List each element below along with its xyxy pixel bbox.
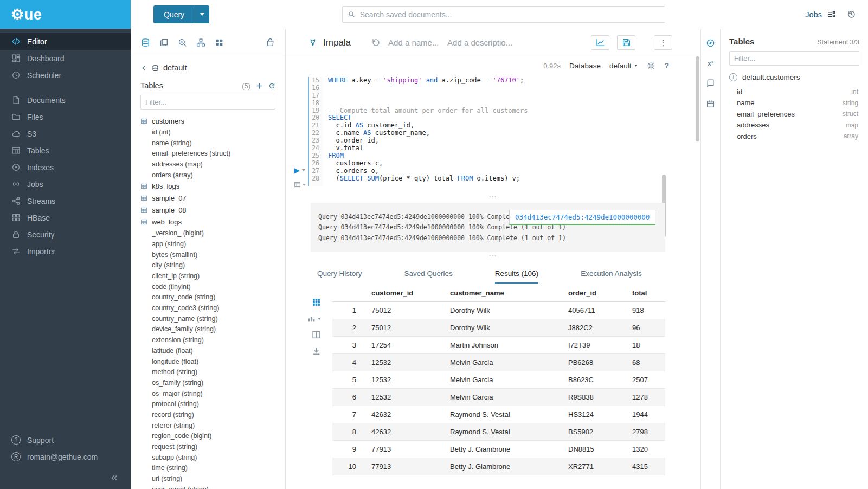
query-description-input[interactable] [447, 38, 515, 47]
column-row[interactable]: addresses map [729, 120, 859, 131]
tab-query-history[interactable]: Query History [317, 269, 362, 284]
column-item[interactable]: bytes (smallint) [140, 249, 275, 260]
editor-options-button[interactable] [294, 181, 306, 188]
column-item[interactable]: addresses (map) [140, 159, 275, 170]
nav-item-dashboard[interactable]: Dashboard [0, 50, 131, 67]
column-item[interactable]: request (string) [140, 441, 275, 452]
schedule-calendar-icon[interactable] [706, 99, 715, 108]
sitemap-icon[interactable] [196, 38, 205, 47]
table-item-customers[interactable]: customers [140, 115, 275, 127]
settings-gear-icon[interactable] [646, 61, 655, 70]
nav-item-support[interactable]: ? Support [0, 432, 131, 448]
result-row[interactable]: 1 75012 Dorothy Wilk 4056711 918 [332, 302, 665, 319]
column-item[interactable]: city (string) [140, 260, 275, 271]
table-item-sample-07[interactable]: sample_07 [140, 192, 275, 204]
result-row[interactable]: 2 75012 Dorothy Wilk J882C2 96 [332, 319, 665, 337]
refresh-icon[interactable] [268, 82, 275, 89]
resize-handle-top[interactable]: ⋯ [286, 195, 700, 201]
column-row[interactable]: orders array [729, 131, 859, 142]
query-history-icon[interactable] [371, 38, 381, 47]
sidebar-collapse-button[interactable]: « [0, 465, 131, 485]
column-item[interactable]: email_preferences (struct) [140, 148, 275, 159]
search-input[interactable] [360, 10, 659, 19]
nav-item-scheduler[interactable]: Scheduler [0, 67, 131, 83]
result-row[interactable]: 3 17254 Martin Johnson I72T39 18 [332, 337, 665, 354]
column-item[interactable]: _version_ (bigint) [140, 228, 275, 239]
column-item[interactable]: country_name (string) [140, 313, 275, 324]
tables-filter-input[interactable] [140, 95, 275, 110]
column-item[interactable]: device_family (string) [140, 324, 275, 335]
grid-view-icon[interactable] [312, 298, 321, 307]
result-row[interactable]: 4 12532 Melvin Garcia PB6268 68 [332, 354, 665, 371]
chart-view-icon[interactable] [307, 314, 321, 323]
column-item[interactable]: os_family (string) [140, 377, 275, 388]
new-query-button[interactable]: Query [153, 5, 209, 23]
nav-item-streams[interactable]: Streams [0, 192, 131, 209]
table-item-sample-08[interactable]: sample_08 [140, 204, 275, 216]
chart-button[interactable] [591, 35, 609, 50]
apps-grid-icon[interactable] [215, 38, 224, 47]
column-row[interactable]: id int [729, 86, 859, 98]
column-item[interactable]: os_major (string) [140, 388, 275, 399]
tab-results[interactable]: Results (106) [495, 269, 538, 284]
code-editor[interactable]: ▶ 1516171819202122232425262728 WHERE a.k… [286, 75, 700, 186]
save-button[interactable] [617, 35, 635, 50]
functions-icon[interactable]: x² [708, 59, 714, 67]
col-header-order-id[interactable]: order_id [563, 285, 627, 302]
column-item[interactable]: extension (string) [140, 334, 275, 345]
table-item-k8s-logs[interactable]: k8s_logs [140, 180, 275, 192]
nav-item-documents[interactable]: Documents [0, 92, 131, 108]
column-item[interactable]: referer (string) [140, 420, 275, 431]
language-reference-book-icon[interactable] [706, 79, 715, 88]
result-row[interactable]: 8 42632 Raymond S. Vestal BS5902 2798 [332, 423, 665, 441]
tab-saved-queries[interactable]: Saved Queries [404, 269, 453, 284]
column-item[interactable]: url (string) [140, 473, 275, 484]
more-actions-button[interactable]: ⋮ [654, 35, 672, 50]
nav-item-indexes[interactable]: Indexes [0, 159, 131, 176]
download-icon[interactable] [312, 346, 321, 356]
column-row[interactable]: email_preferences struct [729, 108, 859, 120]
table-item-web-logs[interactable]: web_logs [140, 216, 275, 228]
column-item[interactable]: longitude (float) [140, 356, 275, 367]
column-item[interactable]: app (string) [140, 239, 275, 249]
jobs-link[interactable]: Jobs [805, 10, 836, 19]
nav-item-editor[interactable]: Editor [0, 33, 131, 50]
column-item[interactable]: user_agent (string) [140, 484, 275, 489]
column-item[interactable]: client_ip (string) [140, 271, 275, 281]
column-row[interactable]: name string [729, 98, 859, 109]
col-header-total[interactable]: total [627, 285, 665, 302]
tab-execution-analysis[interactable]: Execution Analysis [581, 269, 642, 284]
column-item[interactable]: country_code (string) [140, 292, 275, 303]
main-scrollbar[interactable] [696, 56, 699, 141]
column-item[interactable]: region_code (bigint) [140, 431, 275, 442]
column-item[interactable]: country_code3 (string) [140, 303, 275, 313]
query-dropdown-caret[interactable] [195, 5, 209, 23]
nav-item-importer[interactable]: Importer [0, 243, 131, 260]
execute-button[interactable]: ▶ [294, 166, 305, 175]
column-item[interactable]: latitude (float) [140, 345, 275, 356]
result-row[interactable]: 6 12532 Melvin Garcia R9S838 1278 [332, 389, 665, 406]
help-icon[interactable]: ? [664, 61, 669, 70]
column-item[interactable]: code (tinyint) [140, 281, 275, 292]
col-header-customer-id[interactable]: customer_id [366, 285, 445, 302]
documents-source-icon[interactable] [159, 38, 169, 47]
nav-item-user[interactable]: R romain@gethue.com [0, 448, 131, 465]
nav-item-hbase[interactable]: HBase [0, 209, 131, 226]
resize-handle-bottom[interactable]: ⋯ [286, 254, 700, 260]
column-item[interactable]: method (string) [140, 366, 275, 377]
column-item[interactable]: record (string) [140, 409, 275, 420]
history-icon[interactable] [847, 10, 856, 19]
nav-item-files[interactable]: Files [0, 108, 131, 125]
nav-item-security[interactable]: Security [0, 226, 131, 243]
col-header-customer-name[interactable]: customer_name [445, 285, 563, 302]
database-select[interactable]: default [609, 62, 638, 70]
columns-view-icon[interactable] [312, 330, 321, 339]
nav-item-tables[interactable]: Tables [0, 142, 131, 159]
assistant-compass-icon[interactable] [706, 38, 715, 48]
nav-item-s3[interactable]: S3 [0, 125, 131, 142]
right-assist-filter-input[interactable] [729, 51, 859, 66]
editor-code-lines[interactable]: WHERE a.key = 'shipping' and a.zip_code … [323, 77, 700, 186]
bag-icon[interactable] [266, 38, 275, 47]
hue-logo[interactable]: ⚙ue [0, 0, 131, 29]
add-table-icon[interactable] [256, 82, 263, 89]
